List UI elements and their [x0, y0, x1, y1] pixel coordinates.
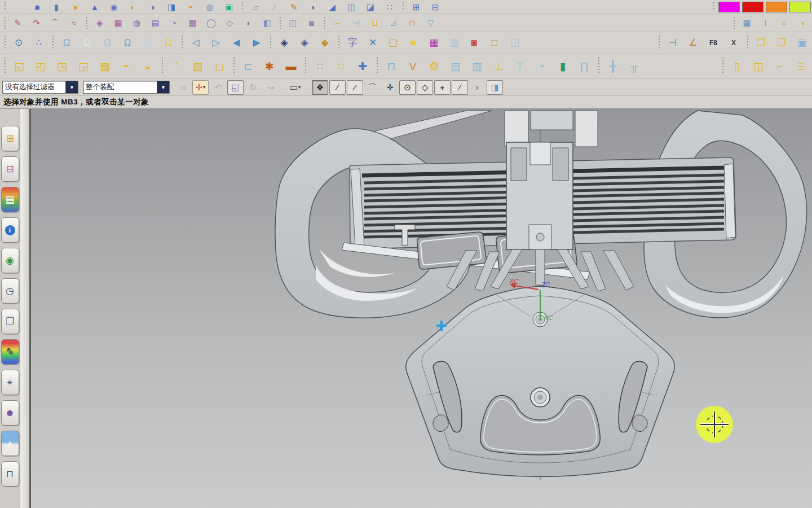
resource-tab-part-navigator-icon[interactable]: ⊟: [1, 156, 19, 182]
toolbar-drag-handle[interactable]: [597, 58, 600, 75]
revolve-icon[interactable]: ◓: [182, 1, 200, 14]
sprue-profile-icon[interactable]: ◳: [52, 55, 72, 77]
part-edit-icon[interactable]: ✎: [9, 15, 27, 31]
locating-ring-icon[interactable]: ❂: [424, 55, 444, 77]
runner-design-icon[interactable]: ▨: [188, 55, 208, 77]
transition-surface-icon[interactable]: ◇: [221, 15, 239, 31]
ejector-pin-icon[interactable]: ╥: [624, 55, 645, 77]
toolbar-drag-handle[interactable]: [376, 58, 378, 75]
solid-cube-icon[interactable]: ■: [404, 33, 423, 53]
extrude-icon[interactable]: ◨: [162, 1, 180, 14]
selection-filter-dropdown[interactable]: 没有选择过滤器 ▼: [2, 81, 78, 94]
smooth-spline-icon[interactable]: ≈: [65, 15, 82, 31]
wireframe-cube-icon[interactable]: ▢: [383, 33, 403, 53]
studio-surface-icon[interactable]: ◈: [91, 15, 108, 31]
chamfer-icon[interactable]: ◢: [323, 1, 341, 14]
ruled-surface-icon[interactable]: ▤: [147, 15, 164, 31]
lifter-head-icon[interactable]: ◓: [116, 55, 136, 77]
resource-tab-history-icon[interactable]: ◷: [1, 278, 19, 304]
solid-block-icon[interactable]: ■: [28, 1, 46, 14]
analysis-cube-icon[interactable]: ◙: [465, 33, 484, 53]
joggle-icon[interactable]: ⊿: [385, 15, 402, 31]
solid-sphere-icon[interactable]: ●: [67, 1, 85, 14]
calculator-icon[interactable]: ▦: [738, 15, 756, 31]
cavity-insert-icon[interactable]: ◰: [30, 55, 51, 77]
resource-tab-visualization-icon[interactable]: ✎: [1, 339, 19, 365]
e-plate-icon[interactable]: Ξ: [791, 55, 811, 77]
toolbar-drag-handle[interactable]: [161, 58, 164, 75]
n-sided-surface-icon[interactable]: ◯: [202, 15, 220, 31]
wave-link-icon[interactable]: ◈: [295, 33, 314, 53]
toolbar-drag-handle[interactable]: [721, 58, 724, 75]
toolbar-drag-handle[interactable]: [3, 17, 6, 29]
i-beam-section-icon[interactable]: I: [757, 15, 774, 31]
contour-flange-icon[interactable]: ⊔: [366, 15, 383, 31]
pattern-feature-icon[interactable]: ∷: [381, 1, 399, 14]
sew-surface-icon[interactable]: ◫: [284, 15, 302, 31]
resource-tab-assembly-navigator-icon[interactable]: ⊞: [1, 126, 19, 151]
blank-on-icon[interactable]: Ω: [57, 33, 76, 53]
boolean-intersect-icon[interactable]: ◑: [143, 1, 161, 14]
resource-tab-html-documents-icon[interactable]: ◉: [1, 248, 19, 273]
shell-icon[interactable]: ◫: [342, 1, 360, 14]
step-last-icon[interactable]: ▷: [206, 33, 226, 53]
step-back-icon[interactable]: ◀: [227, 33, 246, 53]
resource-tab-palettes-icon[interactable]: ❐: [1, 309, 19, 334]
trim-body-icon[interactable]: ◪: [361, 1, 379, 14]
snap-face-icon[interactable]: ◗: [469, 80, 486, 95]
bead-icon[interactable]: ⊓: [403, 15, 421, 31]
snap-point-toggle-dropdown-arrow[interactable]: ▾: [203, 85, 206, 90]
four-point-surface-icon[interactable]: ▦: [109, 15, 127, 31]
mold-base-icon[interactable]: ⊓: [381, 55, 401, 77]
wave-geometry-icon[interactable]: ◆: [315, 33, 334, 53]
toolbar-drag-handle[interactable]: [279, 17, 281, 29]
show-hide-icon[interactable]: ⊙: [9, 33, 28, 53]
toolbar-drag-handle[interactable]: [746, 36, 749, 51]
snap-intersection-icon[interactable]: ✛: [382, 80, 398, 95]
workpiece-block-icon[interactable]: ▬: [281, 55, 301, 77]
clamp-screw-icon[interactable]: ⊤: [510, 55, 530, 77]
snap-center-icon[interactable]: ⊙: [399, 80, 416, 95]
d-section-icon[interactable]: ◖: [794, 15, 811, 31]
toolbar-drag-handle[interactable]: [337, 36, 340, 51]
layout-grid-icon[interactable]: ∷: [331, 55, 351, 77]
interpart-link-icon[interactable]: ◈: [275, 33, 294, 53]
toolbar-drag-handle[interactable]: [3, 36, 6, 51]
toolbar-drag-handle[interactable]: [269, 36, 272, 51]
toolbar-drag-handle[interactable]: [51, 36, 54, 51]
resource-tab-roles-icon[interactable]: ☻: [1, 400, 19, 426]
datum-plane-icon[interactable]: ▱: [246, 1, 264, 14]
core-insert-icon[interactable]: ◱: [9, 55, 29, 77]
resource-tab-check-mate-icon[interactable]: ⌖: [1, 370, 19, 395]
graphics-viewport[interactable]: XC ZC YC: [31, 109, 812, 508]
ejector-sleeve-icon[interactable]: ∏: [574, 55, 594, 77]
standard-parts-icon[interactable]: V: [403, 55, 423, 77]
slider-profile-icon[interactable]: ◲: [73, 55, 94, 77]
x-axis-align-icon[interactable]: X: [724, 33, 743, 53]
toolbar-drag-handle[interactable]: [232, 58, 235, 75]
toolbar-drag-handle[interactable]: [712, 2, 715, 12]
toolbar-drag-handle[interactable]: [657, 36, 660, 51]
viewport-canvas[interactable]: XC ZC YC: [31, 109, 812, 508]
object-display-icon[interactable]: ▦: [424, 33, 443, 53]
snap-plus-icon[interactable]: +: [434, 80, 451, 95]
step-first-icon[interactable]: ◁: [186, 33, 205, 53]
solid-cylinder-icon[interactable]: ▮: [47, 1, 65, 14]
move-to-layer-icon[interactable]: ∴: [29, 33, 48, 53]
cooling-channel-icon[interactable]: ◻: [209, 55, 230, 77]
rectangle-select-dropdown-arrow[interactable]: ▾: [298, 85, 301, 90]
snap-endpoint-icon[interactable]: ∕: [329, 80, 346, 95]
bracket-section-icon[interactable]: ⊣: [347, 15, 365, 31]
toolbar-drag-handle[interactable]: [241, 2, 244, 12]
resource-tab-work-table-icon[interactable]: ⊓: [1, 461, 19, 487]
mold-trim-icon[interactable]: ⊏: [238, 55, 258, 77]
sketch-icon[interactable]: ✎: [285, 1, 303, 14]
swatch-red-icon[interactable]: [742, 2, 764, 12]
new-part-icon[interactable]: ▢: [9, 1, 27, 14]
step-forward-icon[interactable]: ▶: [247, 33, 266, 53]
offset-surface-icon[interactable]: ◧: [258, 15, 276, 31]
mold-tools-gear-icon[interactable]: ✱: [259, 55, 280, 77]
open-folder-icon[interactable]: ❒: [752, 33, 771, 53]
unblank-all-icon[interactable]: Ω: [158, 33, 178, 53]
blank-off-icon[interactable]: Ω: [77, 33, 96, 53]
